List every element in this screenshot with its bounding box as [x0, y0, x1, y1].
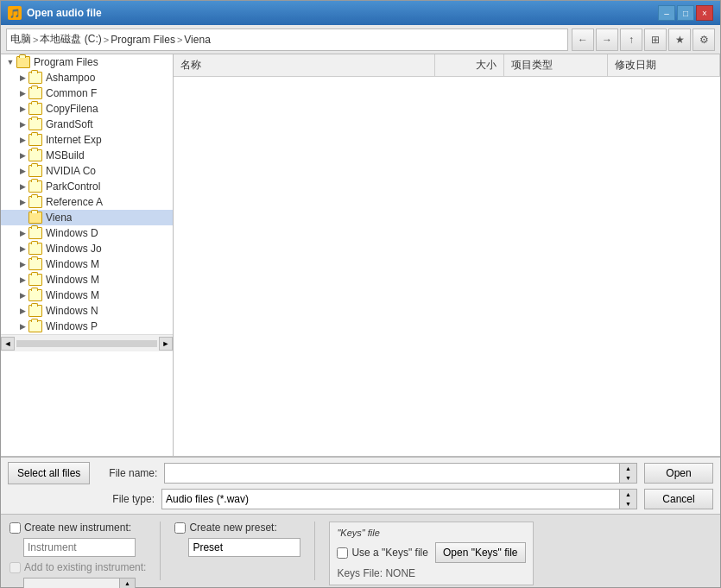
tree-item-windows-n[interactable]: ▶ Windows N: [1, 303, 173, 319]
open-button[interactable]: Open: [644, 463, 713, 484]
expand-ashampoo[interactable]: ▶: [16, 72, 28, 84]
tree-item-internet-exp[interactable]: ▶ Internet Exp: [1, 132, 173, 148]
tree-item-ashampoo[interactable]: ▶ Ashampoo: [1, 70, 173, 85]
tree-item-reference[interactable]: ▶ Reference A: [1, 194, 173, 210]
instrument-input-container: [23, 538, 146, 557]
expand-copyfilena[interactable]: ▶: [16, 103, 28, 115]
tree-label-windows-m1: Windows M: [46, 258, 99, 270]
forward-button[interactable]: →: [596, 28, 618, 51]
file-name-row: Select all files File name: ▲ ▼ Open: [8, 462, 713, 484]
expand-windows-n[interactable]: ▶: [16, 305, 28, 317]
settings-button[interactable]: ⚙: [693, 28, 715, 51]
tree-label-windows-d: Windows D: [46, 227, 98, 239]
create-preset-checkbox[interactable]: [174, 522, 186, 534]
expand-windows-p[interactable]: ▶: [16, 320, 28, 332]
keys-file-label: Keys File: NONE: [337, 567, 525, 579]
instrument-name-input[interactable]: [23, 538, 136, 557]
tree-label-windows-jo: Windows Jo: [46, 243, 102, 255]
tree-item-msbuild[interactable]: ▶ MSBuild: [1, 148, 173, 163]
tree-label-windows-n: Windows N: [46, 305, 98, 317]
tree-item-program-files[interactable]: ▼ Program Files: [1, 54, 173, 70]
maximize-button[interactable]: □: [677, 5, 694, 21]
file-name-input[interactable]: [165, 465, 636, 481]
file-name-dropdown-arrow[interactable]: ▲ ▼: [619, 464, 636, 483]
tree-item-windows-m3[interactable]: ▶ Windows M: [1, 288, 173, 303]
use-keys-checkbox[interactable]: [337, 547, 348, 559]
use-keys-row: Use a "Keys" file: [337, 547, 428, 559]
expand-reference[interactable]: ▶: [16, 196, 28, 208]
up-button[interactable]: ↑: [620, 28, 642, 51]
expand-parkcontrol[interactable]: ▶: [16, 180, 28, 193]
expand-windows-d[interactable]: ▶: [16, 227, 28, 239]
expand-msbuild[interactable]: ▶: [16, 149, 28, 161]
expand-windows-jo[interactable]: ▶: [16, 243, 28, 255]
tree-label-internet-exp: Internet Exp: [46, 134, 102, 146]
tree-item-windows-jo[interactable]: ▶ Windows Jo: [1, 241, 173, 256]
tree-item-parkcontrol[interactable]: ▶ ParkControl: [1, 179, 173, 194]
add-to-instrument-checkbox[interactable]: [9, 562, 21, 573]
preset-name-input[interactable]: [188, 538, 300, 557]
add-instrument-combo-arrows: ▲ ▼: [119, 579, 135, 588]
bottom-section: Create new instrument: Add to existing i…: [1, 514, 720, 587]
tree-item-windows-m1[interactable]: ▶ Windows M: [1, 256, 173, 272]
use-keys-label: Use a "Keys" file: [351, 547, 428, 559]
breadcrumb-viena-label: Viena: [184, 34, 210, 46]
tree-label-msbuild: MSBuild: [46, 149, 85, 161]
create-preset-label: Create new preset:: [189, 522, 276, 534]
breadcrumb-sep-1: >: [33, 35, 38, 45]
open-keys-button[interactable]: Open "Keys" file: [435, 542, 526, 563]
favorites-button[interactable]: ★: [668, 28, 691, 51]
col-size[interactable]: 大小: [435, 54, 504, 76]
view-button[interactable]: ⊞: [644, 28, 667, 51]
breadcrumb-drive-label: 本地磁盘 (C:): [40, 32, 101, 47]
tree-item-windows-d[interactable]: ▶ Windows D: [1, 225, 173, 241]
tree-item-windows-m2[interactable]: ▶ Windows M: [1, 272, 173, 288]
file-type-label: File type:: [94, 493, 155, 505]
breadcrumb-viena[interactable]: Viena: [184, 34, 210, 46]
expand-grandsoft[interactable]: ▶: [16, 118, 28, 130]
file-type-dropdown-arrow[interactable]: ▲ ▼: [619, 490, 636, 509]
breadcrumb-program-files[interactable]: Program Files >: [111, 34, 182, 46]
divider-1: [160, 522, 161, 580]
create-preset-row: Create new preset:: [174, 522, 300, 534]
tree-panel: ▼ Program Files ▶ Ashampoo ▶ Common F ▶ …: [1, 54, 174, 456]
expand-windows-m3[interactable]: ▶: [16, 289, 28, 301]
back-button[interactable]: ←: [572, 28, 594, 51]
preset-group: Create new preset:: [174, 522, 300, 557]
tree-item-grandsoft[interactable]: ▶ GrandSoft: [1, 117, 173, 132]
folder-icon-reference: [28, 196, 42, 208]
minimize-button[interactable]: –: [658, 5, 675, 21]
create-instrument-row: Create new instrument:: [9, 522, 146, 534]
dialog-title: Open audio file: [27, 7, 102, 19]
file-list: [174, 77, 720, 456]
expand-windows-m1[interactable]: ▶: [16, 258, 28, 270]
scroll-right-button[interactable]: ►: [159, 337, 173, 351]
arrow-down-icon: ▼: [625, 475, 631, 481]
expand-program-files[interactable]: ▼: [4, 56, 16, 68]
cancel-button[interactable]: Cancel: [644, 489, 713, 509]
tree-item-common[interactable]: ▶ Common F: [1, 85, 173, 101]
title-bar-left: 🎵 Open audio file: [8, 6, 102, 20]
create-instrument-checkbox[interactable]: [9, 522, 21, 534]
tree-item-nvidia[interactable]: ▶ NVIDIA Co: [1, 163, 173, 179]
select-all-button[interactable]: Select all files: [8, 462, 90, 484]
close-button[interactable]: ×: [696, 5, 713, 21]
folder-icon-windows-m3: [28, 289, 42, 301]
col-type[interactable]: 项目类型: [504, 54, 608, 76]
instrument-group: Create new instrument: Add to existing i…: [9, 522, 146, 588]
scroll-left-button[interactable]: ◄: [1, 337, 15, 351]
arrow-up-icon: ▲: [625, 465, 631, 471]
col-name[interactable]: 名称: [174, 54, 435, 76]
col-date[interactable]: 修改日期: [608, 54, 720, 76]
tree-item-windows-p[interactable]: ▶ Windows P: [1, 319, 173, 334]
breadcrumb-computer[interactable]: 电脑 >: [10, 32, 38, 47]
tree-item-copyfilena[interactable]: ▶ CopyFilena: [1, 101, 173, 117]
expand-internet-exp[interactable]: ▶: [16, 134, 28, 146]
tree-item-viena[interactable]: ▶ Viena: [1, 210, 173, 225]
tree-hscroll[interactable]: ◄ ►: [1, 334, 173, 351]
expand-common[interactable]: ▶: [16, 87, 28, 99]
expand-nvidia[interactable]: ▶: [16, 165, 28, 177]
breadcrumb-drive[interactable]: 本地磁盘 (C:) >: [40, 32, 109, 47]
add-to-instrument-combo-container: ▲ ▼: [23, 578, 146, 588]
expand-windows-m2[interactable]: ▶: [16, 274, 28, 286]
